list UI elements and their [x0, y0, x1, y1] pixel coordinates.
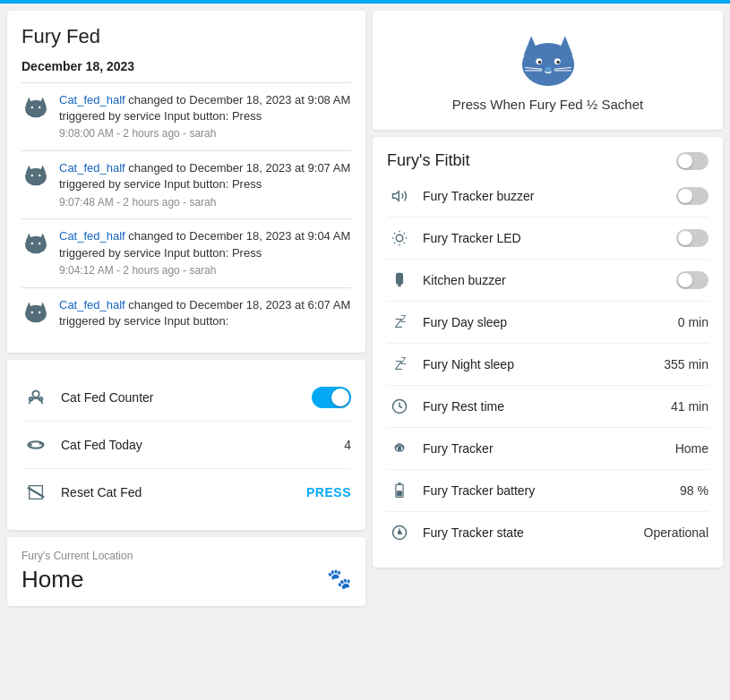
fury-night-sleep-label: Fury Night sleep [423, 357, 653, 371]
log-text: Cat_fed_half changed to December 18, 202… [59, 228, 351, 277]
svg-point-3 [31, 107, 33, 108]
log-text: Cat_fed_half changed to December 18, 202… [59, 92, 351, 141]
fury-tracker-state-label: Fury Tracker state [423, 525, 633, 540]
controls-card: Cat Fed Counter Cat Fed Today [7, 360, 365, 530]
fury-tracker-buzzer-icon [387, 184, 412, 209]
svg-point-9 [39, 175, 40, 176]
svg-point-2 [25, 100, 47, 118]
svg-point-59 [398, 531, 402, 535]
fury-rest-time-label: Fury Rest time [423, 399, 660, 414]
svg-point-13 [31, 243, 33, 244]
log-entity: Cat_fed_half [59, 229, 125, 243]
cat-fed-today-icon [21, 431, 50, 459]
log-item: Cat_fed_half changed to December 18, 202… [21, 150, 351, 218]
svg-point-33 [537, 61, 540, 64]
log-item: Cat_fed_half changed to December 18, 202… [21, 218, 351, 286]
location-value: Home [21, 566, 83, 593]
control-row-cat-fed-counter: Cat Fed Counter [21, 374, 351, 422]
cat-log-icon [21, 228, 50, 257]
cat-face-icon [517, 32, 580, 86]
fitbit-row-fury-tracker-state: Fury Tracker stateOperational [387, 512, 709, 553]
cat-fed-counter-toggle[interactable] [312, 387, 351, 408]
fury-day-sleep-icon: ZZ [387, 310, 412, 335]
svg-rect-50 [396, 273, 403, 285]
svg-point-12 [25, 236, 47, 254]
cat-fed-today-value: 4 [344, 438, 351, 452]
fury-night-sleep-icon: ZZ [387, 352, 412, 377]
cat-button-card[interactable]: Press When Fury Fed ½ Sachet [373, 11, 723, 130]
cat-log-icon [21, 297, 50, 326]
svg-point-30 [521, 43, 573, 86]
fury-tracker-led-toggle[interactable] [676, 229, 709, 247]
svg-point-41 [396, 235, 403, 242]
fitbit-row-fury-tracker-battery: Fury Tracker battery98 % [387, 470, 709, 512]
kitchen-buzzer-label: Kitchen buzzer [423, 273, 666, 287]
reset-cat-fed-press[interactable]: PRESS [306, 485, 351, 499]
fury-tracker-battery-value: 98 % [680, 483, 709, 498]
fury-rest-time-value: 41 min [671, 399, 709, 414]
control-row-cat-fed-today: Cat Fed Today 4 [21, 422, 351, 469]
cat-log-icon [21, 92, 50, 121]
svg-point-54 [399, 448, 401, 450]
svg-point-8 [31, 175, 33, 176]
log-entity: Cat_fed_half [59, 93, 125, 107]
svg-point-25 [30, 444, 32, 447]
fitbit-main-toggle[interactable] [676, 152, 709, 170]
fury-tracker-led-icon [387, 226, 412, 251]
fury-tracker-buzzer-toggle[interactable] [676, 187, 709, 205]
fury-tracker-icon [387, 436, 412, 461]
svg-line-44 [394, 233, 395, 234]
svg-line-27 [28, 487, 44, 497]
cat-fed-counter-icon [21, 383, 50, 412]
svg-line-48 [394, 243, 395, 243]
cat-fed-today-label: Cat Fed Today [61, 438, 333, 452]
fury-tracker-state-value: Operational [644, 525, 709, 540]
fitbit-row-fury-rest-time: Fury Rest time41 min [387, 386, 709, 428]
fury-fed-title: Fury Fed [21, 25, 351, 48]
svg-marker-40 [393, 192, 399, 201]
fitbit-title: Fury's Fitbit [387, 151, 469, 170]
log-list: Cat_fed_half changed to December 18, 202… [21, 82, 351, 338]
fury-tracker-led-label: Fury Tracker LED [423, 231, 666, 245]
fitbit-card: Fury's Fitbit Fury Tracker buzzerFury Tr… [373, 137, 723, 568]
svg-point-35 [545, 67, 551, 71]
svg-rect-57 [398, 491, 402, 496]
fury-day-sleep-label: Fury Day sleep [423, 315, 667, 329]
fury-tracker-battery-icon [387, 478, 412, 503]
left-column: Fury Fed December 18, 2023 Cat_fed_half … [7, 11, 365, 696]
fitbit-row-fury-tracker: Fury TrackerHome [387, 428, 709, 470]
fury-tracker-state-icon [387, 520, 412, 545]
log-meta: 9:08:00 AM - 2 hours ago - sarah [59, 126, 351, 141]
svg-line-45 [404, 243, 405, 243]
cat-fed-counter-label: Cat Fed Counter [61, 390, 301, 405]
log-item: Cat_fed_half changed to December 18, 202… [21, 287, 351, 338]
log-entity: Cat_fed_half [59, 161, 125, 175]
fitbit-row-kitchen-buzzer: Kitchen buzzer [387, 260, 709, 302]
reset-cat-fed-icon [21, 478, 50, 507]
log-entity: Cat_fed_half [59, 298, 125, 312]
log-meta: 9:04:12 AM - 2 hours ago - sarah [59, 263, 351, 278]
location-header: Home 🐾 [21, 566, 351, 593]
svg-line-49 [404, 233, 405, 234]
log-meta: 9:07:48 AM - 2 hours ago - sarah [59, 195, 351, 210]
fitbit-row-fury-tracker-buzzer: Fury Tracker buzzer [387, 175, 709, 218]
fitbit-header: Fury's Fitbit [387, 151, 709, 170]
cat-log-icon [21, 160, 50, 189]
log-text: Cat_fed_half changed to December 18, 202… [59, 160, 351, 209]
date-header: December 18, 2023 [21, 59, 351, 73]
kitchen-buzzer-toggle[interactable] [676, 271, 709, 289]
log-item: Cat_fed_half changed to December 18, 202… [21, 82, 351, 150]
fitbit-rows-container: Fury Tracker buzzerFury Tracker LEDKitch… [387, 175, 709, 553]
svg-point-4 [39, 107, 40, 108]
svg-point-26 [39, 442, 42, 444]
svg-point-34 [556, 61, 559, 64]
svg-point-14 [39, 243, 40, 244]
reset-cat-fed-label: Reset Cat Fed [61, 485, 296, 499]
fury-tracker-buzzer-label: Fury Tracker buzzer [423, 189, 666, 203]
fitbit-row-fury-tracker-led: Fury Tracker LED [387, 218, 709, 260]
svg-point-20 [32, 391, 39, 397]
fitbit-row-fury-day-sleep: ZZFury Day sleep0 min [387, 302, 709, 344]
location-subtitle: Fury's Current Location [21, 550, 351, 562]
svg-point-7 [25, 168, 47, 186]
fitbit-row-fury-night-sleep: ZZFury Night sleep355 min [387, 344, 709, 386]
